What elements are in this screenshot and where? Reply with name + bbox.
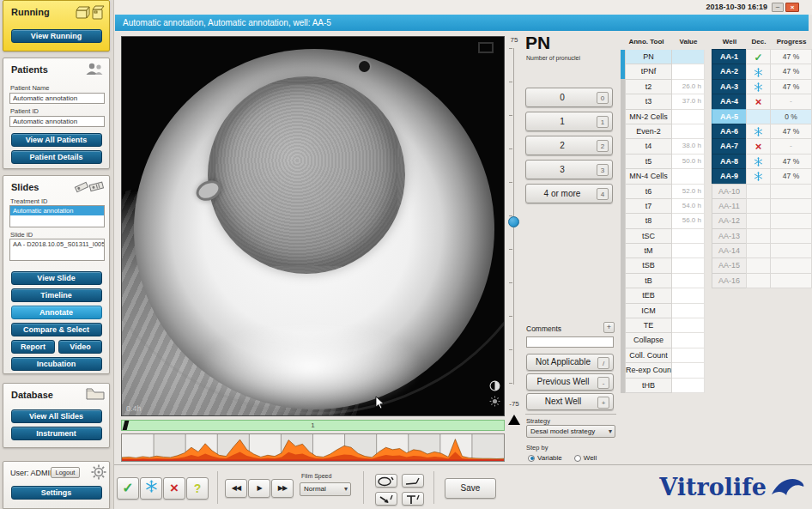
save-button[interactable]: Save [445,478,496,499]
well-id-cell[interactable]: AA-14 [712,243,747,258]
well-id-cell[interactable]: AA-8 [712,154,747,169]
add-comment-button[interactable]: + [603,322,615,333]
window-close-button[interactable]: × [785,3,799,12]
anno-row-tSB[interactable]: tSB [625,258,705,273]
well-id-cell[interactable]: AA-9 [712,168,747,184]
undecided-button[interactable]: ? [186,477,209,500]
treatment-list[interactable]: Automatic annotation [9,205,105,227]
video-button[interactable]: Video [58,340,102,354]
play-button[interactable]: ▶ [248,479,270,498]
anno-row-t3[interactable]: t337.0 h [625,94,705,109]
well-id-cell[interactable]: AA-16 [712,273,747,288]
anno-row-Even-2[interactable]: Even-2 [625,124,705,139]
anno-row-t7[interactable]: t754.0 h [625,199,705,214]
window-minimize-button[interactable]: – [772,3,784,12]
anno-row-t6[interactable]: t652.0 h [625,185,705,199]
anno-row-MN-2-Cells[interactable]: MN-2 Cells [625,110,705,124]
anno-row-tPNf[interactable]: tPNf [625,64,705,79]
anno-row-TE[interactable]: TE [625,318,705,333]
view-all-slides-button[interactable]: View All Slides [11,409,102,423]
well-id-cell[interactable]: AA-1 [712,49,747,64]
film-speed-select[interactable]: Normal [300,482,351,496]
previous-well-button[interactable]: Previous Well - [526,373,614,391]
draw-ellipse-button[interactable] [375,474,397,488]
logout-button[interactable]: Logout [51,467,80,478]
well-row-AA-14[interactable]: AA-14 [712,244,812,258]
slide-list[interactable]: AA - D2018.10.05_S01311_I0057_P [9,239,105,261]
well-row-AA-15[interactable]: AA-15 [712,258,812,273]
incubation-button[interactable]: Incubation [11,357,102,371]
well-id-cell[interactable]: AA-13 [712,228,747,244]
well-row-AA-7[interactable]: AA-7×- [712,139,812,154]
well-row-AA-16[interactable]: AA-16 [712,274,812,288]
anno-row-t4[interactable]: t438.0 h [625,139,705,154]
well-id-cell[interactable]: AA-2 [712,64,747,79]
embryo-image-viewer[interactable]: 0.4h [121,36,505,416]
well-id-cell[interactable]: AA-5 [712,109,747,124]
discard-button[interactable]: × [163,477,185,500]
pn-option-4-or-more[interactable]: 4 or more4 [525,184,613,203]
treatment-list-item[interactable]: Automatic annotation [10,206,104,215]
well-row-AA-2[interactable]: AA-247 % [712,64,812,79]
focal-slider-handle[interactable] [508,216,519,227]
view-slide-button[interactable]: View Slide [11,271,102,285]
not-applicable-button[interactable]: Not Applicable / [526,354,614,371]
contrast-icon[interactable] [489,379,500,395]
well-id-cell[interactable]: AA-7 [712,138,747,154]
well-id-cell[interactable]: AA-4 [712,94,747,109]
well-row-AA-8[interactable]: AA-847 % [712,155,812,169]
well-id-cell[interactable]: AA-11 [712,198,747,214]
anno-row-tSC[interactable]: tSC [625,229,705,244]
well-row-AA-11[interactable]: AA-11 [712,199,812,214]
anno-row-tHB[interactable]: tHB [625,379,705,393]
well-row-AA-4[interactable]: AA-4×- [712,94,812,109]
anno-row-ICM[interactable]: ICM [625,304,705,318]
anno-row-Coll--Count[interactable]: Coll. Count [625,348,705,363]
step-option-well[interactable]: Well [574,454,597,462]
comments-input[interactable] [526,336,614,348]
division-activity-graph[interactable] [121,433,505,462]
well-row-AA-9[interactable]: AA-947 % [712,169,812,184]
compare-select-button[interactable]: Compare & Select [11,323,102,336]
anno-row-tEB[interactable]: tEB [625,288,705,303]
anno-row-Re-exp-Count[interactable]: Re-exp Count [625,363,705,378]
fast-forward-button[interactable]: ▶▶ [271,479,294,498]
patient-details-button[interactable]: Patient Details [11,150,102,164]
well-row-AA-10[interactable]: AA-10 [712,185,812,199]
well-id-cell[interactable]: AA-12 [712,213,747,228]
timeline-button[interactable]: Timeline [11,288,102,302]
anno-row-t8[interactable]: t856.0 h [625,214,705,228]
timeline-bar[interactable]: 1 [121,420,505,431]
anno-row-PN[interactable]: PN [625,50,705,64]
rewind-button[interactable]: ◀◀ [225,479,247,498]
slide-list-item[interactable]: AA - D2018.10.05_S01311_I0057_P [10,239,104,249]
pn-option-3[interactable]: 33 [525,160,613,179]
view-all-patients-button[interactable]: View All Patients [11,133,102,147]
anno-row-MN-4-Cells[interactable]: MN-4 Cells [625,169,705,184]
settings-button[interactable]: Settings [11,486,102,500]
patient-name-input[interactable] [9,93,105,104]
well-id-cell[interactable]: AA-15 [712,258,747,273]
well-row-AA-12[interactable]: AA-12 [712,214,812,228]
view-running-button[interactable]: View Running [11,29,102,43]
draw-arrow-button[interactable] [375,492,397,506]
step-option-variable[interactable]: Variable [528,454,562,462]
anno-row-t2[interactable]: t226.0 h [625,80,705,94]
well-row-AA-5[interactable]: AA-50 % [712,110,812,124]
strategy-select[interactable]: Desai model strategy [526,425,615,438]
annotate-button[interactable]: Annotate [11,306,102,319]
well-row-AA-1[interactable]: AA-1✓47 % [712,50,812,64]
anno-row-tB[interactable]: tB [625,274,705,288]
patient-id-input[interactable] [9,116,105,127]
brightness-icon[interactable] [489,395,500,410]
anno-row-t5[interactable]: t550.0 h [625,155,705,169]
pn-option-2[interactable]: 22 [525,136,613,155]
anno-row-Collapse[interactable]: Collapse [625,333,705,348]
well-id-cell[interactable]: AA-10 [712,184,747,199]
report-button[interactable]: Report [11,340,55,354]
anno-row-tM[interactable]: tM [625,244,705,258]
instrument-button[interactable]: Instrument [11,427,102,440]
fullscreen-icon[interactable] [478,42,494,53]
well-row-AA-6[interactable]: AA-647 % [712,124,812,139]
pn-option-0[interactable]: 00 [525,88,613,107]
